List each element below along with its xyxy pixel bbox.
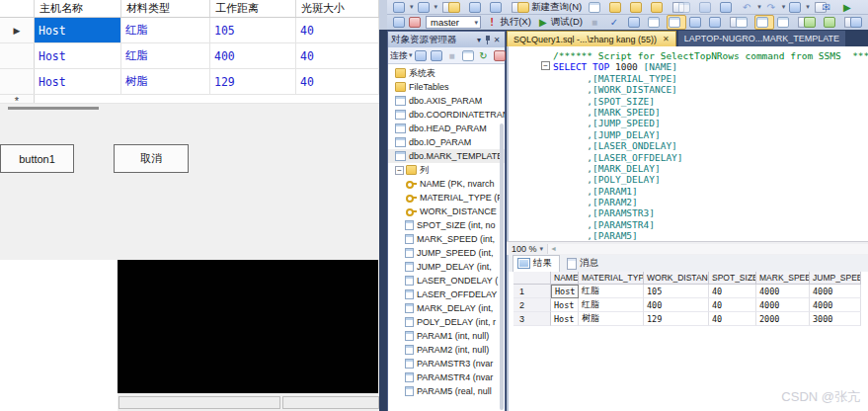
result-cell-spot[interactable]: 40 [709,285,756,298]
stop-icon[interactable]: ■ [588,16,605,29]
sep[interactable] [672,2,673,13]
result-cell-spot[interactable]: 40 [709,298,756,312]
scroll-left-icon[interactable]: ◄ [550,245,557,252]
tree-item[interactable]: PARAMSTR4 (nvar [388,370,505,384]
results-header-material-type[interactable]: MATERIAL_TYPE [579,272,644,285]
display-estimated-plan-icon[interactable] [627,16,645,29]
tree-item[interactable]: MARK_SPEED (int, [388,232,505,246]
redo-icon[interactable]: ↷▾ [764,1,787,14]
results-header-name[interactable]: NAME [551,272,579,285]
tree-item[interactable]: LASER_OFFDELAY [388,288,505,301]
results-corner-cell[interactable] [513,272,551,285]
database-combobox[interactable]: master ▾ [426,16,481,29]
new-query-icon[interactable]: 新建查询(N) [516,1,586,14]
zoom-level-value[interactable]: 100 % [512,244,537,254]
tree-item[interactable]: LASER_ONDELAY ( [388,274,505,288]
cell-distance[interactable]: 400 [210,43,296,68]
debug-icon[interactable]: ▶调试(D) [536,16,586,29]
parse-icon[interactable]: ✓ [607,16,625,29]
tree-item[interactable]: PARAMSTR3 (nvar [388,357,505,370]
result-cell-mark-speed[interactable]: 4000 [756,285,810,298]
tab-sqlquery1[interactable]: SQLQuery1.sql -...\zhang kang (55)) ✕ [507,31,676,46]
tree-item[interactable]: SPOT_SIZE (int, no [388,218,505,232]
results-to-text-icon[interactable] [735,16,752,29]
result-cell-mark-speed[interactable]: 2000 [756,312,810,326]
result-cell-material[interactable]: 红脂 [579,285,644,298]
tree-vertical-scrollbar[interactable] [500,123,504,410]
results-header-spot-size[interactable]: SPOT_SIZE [709,272,756,285]
include-actual-plan-icon[interactable] [688,16,706,29]
cell-host[interactable]: Host [35,69,121,94]
result-cell-name[interactable]: Host [551,312,579,326]
result-cell-material[interactable]: 红脂 [579,298,644,312]
tree-item[interactable]: PARAM2 (int, null) [388,343,505,357]
grid-row[interactable]: ▶ Host 红脂 105 40 [0,18,379,43]
grid-row[interactable]: Host 树脂 129 40 [0,69,379,95]
navigate-icon[interactable]: ▾ [788,1,811,14]
cancel-button[interactable]: 取消 [114,144,189,173]
save-icon[interactable] [468,1,487,14]
new-mdx-query-icon[interactable] [629,1,648,14]
tab-messages[interactable]: 消息 [563,256,605,272]
tree-item[interactable]: POLY_DELAY (int, r [388,315,505,329]
result-cell-material[interactable]: 树脂 [579,312,644,326]
result-row-number[interactable]: 1 [513,285,551,298]
grid-header-material[interactable]: 材料类型 [121,0,210,17]
uncomment-icon[interactable] [823,16,840,29]
zoom-dropdown-icon[interactable]: ▾ [540,245,544,253]
result-cell-distance[interactable]: 129 [644,312,709,326]
sep[interactable] [844,17,845,28]
result-cell-mark-speed[interactable]: 4000 [756,298,810,312]
grid-header-spot[interactable]: 光斑大小 [296,0,379,17]
tree-item[interactable]: MARK_DELAY (int, [388,301,505,315]
script-icon[interactable] [493,49,507,62]
result-cell-distance[interactable]: 400 [644,298,709,312]
close-icon[interactable]: ✕ [492,36,502,44]
execute-icon[interactable]: !执行(X) [485,16,534,29]
save-all-icon[interactable] [489,1,508,14]
Host[interactable]: 3 Host 树脂 129 40 2000 3000 [513,312,861,326]
tree-item[interactable]: FileTables [388,80,505,94]
tree-item[interactable]: JUMP_SPEED (int, [388,246,505,260]
grid-horizontal-scrollbar[interactable] [0,103,379,113]
results-header-jump-speed[interactable]: JUMP_SPEED [810,272,861,285]
cell-distance[interactable]: 105 [210,18,296,42]
cell-distance[interactable]: 129 [210,69,296,94]
sep[interactable] [798,17,799,28]
row-header-marker[interactable]: ▶ [0,18,35,42]
refresh-icon[interactable]: ↻ [477,49,491,62]
comment-icon[interactable] [803,16,821,29]
row-header-marker[interactable] [0,69,35,94]
add-window-icon[interactable]: ▾ [417,1,439,14]
combobox-arrow-icon[interactable]: ▾ [475,19,479,27]
scrollbar-thumb[interactable] [8,107,99,110]
tree-item[interactable]: dbo.IO_PARAM [388,135,505,149]
result-row-number[interactable]: 2 [513,298,551,312]
grid-header-distance[interactable]: 工作距离 [210,0,296,17]
tab-close-icon[interactable]: ✕ [663,35,670,43]
server-register-icon[interactable] [414,49,428,62]
Host[interactable]: 2 Host 红脂 400 40 4000 4000 [513,298,861,312]
cell-material[interactable]: 树脂 [121,69,210,94]
result-cell-distance[interactable]: 105 [644,285,709,298]
server-disconnect-icon[interactable] [430,49,443,62]
sep[interactable] [815,2,816,13]
connect-button[interactable]: 连接 [390,49,408,62]
tree-expander-icon[interactable]: − [395,166,404,175]
cell-material[interactable]: 红脂 [121,18,210,42]
results-to-grid-icon[interactable] [754,15,774,30]
cell-spot[interactable]: 40 [296,43,379,68]
sep[interactable] [442,2,443,13]
copy-icon[interactable] [698,1,717,14]
activity-monitor-icon[interactable]: ✉ [820,1,838,14]
new-analysis-query-icon[interactable] [608,1,627,14]
intellisense-enabled-icon[interactable] [667,15,686,30]
results-header-mark-speed[interactable]: MARK_SPEED [756,272,810,285]
grid-row[interactable]: Host 红脂 400 40 [0,43,379,69]
open-file-icon[interactable] [447,1,466,14]
sql-editor[interactable]: /****** Script for SelectTopNRows comman… [507,46,868,241]
tree-item[interactable]: MATERIAL_TYPE (P [388,191,505,205]
tab-mark-template[interactable]: LAPTOP-NUGRO...MARK_TEMPLATE [678,31,845,46]
sep[interactable] [730,17,731,28]
cell-material[interactable]: 红脂 [121,43,210,68]
